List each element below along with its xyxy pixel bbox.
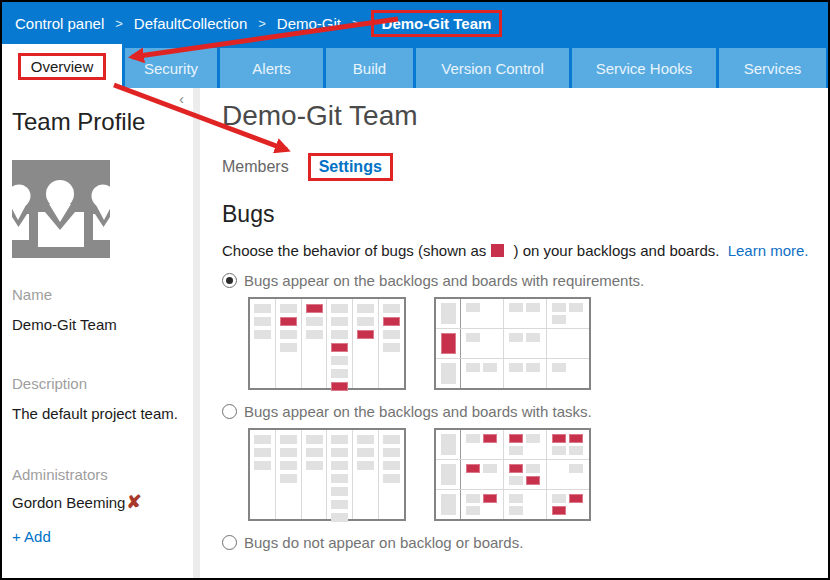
tab-version-control[interactable]: Version Control (416, 48, 569, 88)
radio-button[interactable] (222, 535, 237, 550)
backlog-diagram-requirements (248, 297, 406, 390)
radio-label: Bugs appear on the backlogs and boards w… (244, 403, 592, 420)
radio-button[interactable] (222, 404, 237, 419)
tab-label: Alerts (252, 60, 290, 77)
tab-settings[interactable]: Settings (319, 158, 382, 175)
intro-before: Choose the behavior of bugs (shown as (222, 242, 486, 259)
radio-button[interactable] (222, 273, 237, 288)
tab-label: Overview (18, 53, 107, 80)
tasks-board-diagrams (248, 428, 828, 521)
collapse-sidebar-icon[interactable]: ‹ (179, 90, 184, 107)
name-label: Name (12, 286, 193, 303)
remove-administrator-icon[interactable]: ✘ (126, 493, 141, 511)
radio-label: Bugs appear on the backlogs and boards w… (244, 272, 644, 289)
sidebar-divider (193, 88, 200, 578)
taskboard-diagram-requirements (434, 297, 591, 390)
tab-label: Security (144, 60, 198, 77)
team-profile-sidebar: ‹ Team Profile (2, 88, 193, 578)
bug-color-swatch (491, 244, 504, 257)
administrator-name: Gordon Beeming (12, 494, 125, 511)
learn-more-link[interactable]: Learn more. (728, 242, 809, 259)
bugs-section-title: Bugs (222, 201, 828, 228)
breadcrumb-separator: > (258, 16, 266, 31)
main-content: Demo-Git Team Members Settings Bugs Choo… (200, 88, 828, 578)
radio-label: Bugs do not appear on backlog or boards. (244, 534, 523, 551)
tab-label: Version Control (441, 60, 544, 77)
tab-security[interactable]: Security (125, 48, 217, 88)
team-avatar[interactable] (12, 160, 110, 258)
radio-option-tasks[interactable]: Bugs appear on the backlogs and boards w… (222, 403, 828, 420)
page-title: Demo-Git Team (222, 100, 828, 132)
radio-option-requirements[interactable]: Bugs appear on the backlogs and boards w… (222, 272, 828, 289)
tab-label: Services (744, 60, 802, 77)
breadcrumb-separator: > (352, 16, 360, 31)
breadcrumb-item-defaultcollection[interactable]: DefaultCollection (134, 15, 247, 32)
tab-alerts[interactable]: Alerts (220, 48, 323, 88)
taskboard-diagram-tasks (434, 428, 591, 521)
tab-label: Service Hooks (596, 60, 693, 77)
breadcrumb-separator: > (115, 16, 123, 31)
breadcrumb-item-demo-git[interactable]: Demo-Git (277, 15, 341, 32)
tab-overview[interactable]: Overview (2, 44, 122, 88)
description-label: Description (12, 375, 193, 392)
bugs-intro-text: Choose the behavior of bugs (shown as ) … (222, 242, 828, 259)
tab-build[interactable]: Build (326, 48, 413, 88)
add-administrator-link[interactable]: + Add (12, 528, 51, 545)
breadcrumb: Control panel>DefaultCollection>Demo-Git… (15, 10, 502, 37)
control-panel-window: Control panel>DefaultCollection>Demo-Git… (0, 0, 830, 580)
backlog-diagram-tasks (248, 428, 406, 521)
hub-tabbar: OverviewSecurityAlertsBuildVersion Contr… (2, 44, 828, 88)
tab-service-hooks[interactable]: Service Hooks (572, 48, 716, 88)
content-row: ‹ Team Profile (2, 88, 828, 578)
team-description-value: The default project team. (12, 405, 193, 422)
intro-after: ) on your backlogs and boards. (509, 242, 719, 259)
requirements-board-diagrams (248, 297, 828, 390)
tab-label: Build (353, 60, 386, 77)
breadcrumb-item-demo-git-team[interactable]: Demo-Git Team (371, 10, 503, 37)
radio-option-none[interactable]: Bugs do not appear on backlog or boards. (222, 534, 828, 551)
team-subtabs: Members Settings (222, 153, 828, 181)
sidebar-title: Team Profile (12, 108, 193, 136)
administrator-row: Gordon Beeming ✘ (12, 493, 193, 511)
team-name-value: Demo-Git Team (12, 316, 193, 333)
breadcrumb-item-control-panel[interactable]: Control panel (15, 15, 104, 32)
tab-members[interactable]: Members (222, 158, 289, 176)
administrators-label: Administrators (12, 466, 193, 483)
annotation-box-settings: Settings (308, 153, 393, 181)
breadcrumb-bar: Control panel>DefaultCollection>Demo-Git… (2, 2, 828, 44)
tab-services[interactable]: Services (719, 48, 826, 88)
